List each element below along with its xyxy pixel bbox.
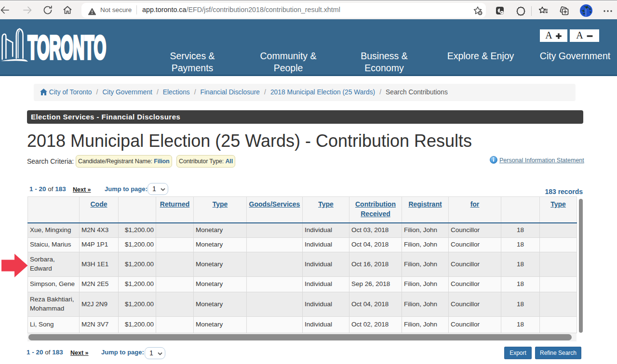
- svg-text:TORONTO: TORONTO: [28, 29, 107, 65]
